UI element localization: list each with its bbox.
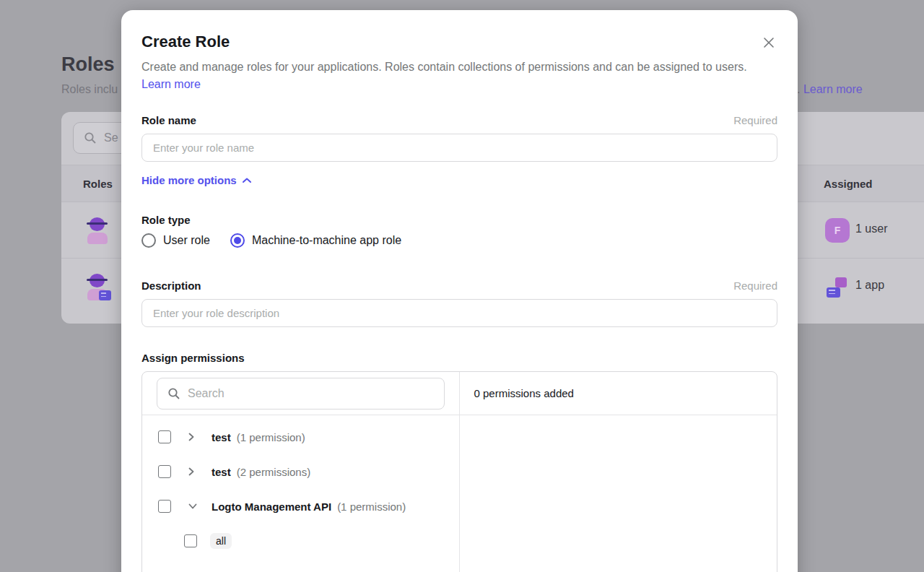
api-name: test bbox=[212, 431, 231, 443]
required-tag: Required bbox=[733, 280, 777, 292]
tree-item-test-2[interactable]: test (2 permissions) bbox=[142, 454, 459, 489]
modal-title: Create Role bbox=[141, 32, 777, 52]
assigned-count: 1 app bbox=[855, 279, 884, 292]
tree-item-test-1[interactable]: test (1 permission) bbox=[142, 420, 459, 454]
chevron-up-icon bbox=[243, 178, 251, 183]
modal-subtitle: Create and manage roles for your applica… bbox=[141, 58, 751, 93]
close-icon bbox=[762, 35, 776, 50]
radio-user-role[interactable]: User role bbox=[141, 233, 210, 248]
modal-learn-more-link[interactable]: Learn more bbox=[141, 78, 201, 90]
description-field-head: Description Required bbox=[141, 280, 777, 292]
avatar: F bbox=[825, 218, 850, 243]
radio-unselected-icon[interactable] bbox=[141, 233, 156, 248]
tree-child-all-permission[interactable]: all bbox=[142, 524, 459, 558]
roles-search-placeholder: Se bbox=[104, 131, 118, 144]
search-icon bbox=[167, 387, 180, 400]
checkbox-icon[interactable] bbox=[184, 534, 197, 547]
m2m-role-icon bbox=[83, 272, 112, 301]
permissions-panel: test (1 permission) test (2 permissions) bbox=[141, 371, 777, 572]
column-assigned: Assigned bbox=[824, 165, 873, 203]
page-learn-more-link[interactable]: Learn more bbox=[803, 83, 863, 95]
role-name-label: Role name bbox=[141, 114, 196, 127]
tree-item-logto-management-api[interactable]: Logto Management API (1 permission) bbox=[142, 489, 459, 524]
permission-tag: all bbox=[210, 533, 232, 549]
api-name: Logto Management API bbox=[212, 500, 331, 513]
assigned-count: 1 user bbox=[855, 222, 887, 235]
modal-header: Create Role bbox=[141, 10, 777, 52]
search-icon bbox=[84, 131, 97, 144]
column-roles: Roles bbox=[83, 165, 113, 203]
required-tag: Required bbox=[733, 114, 777, 126]
role-name-input[interactable] bbox=[141, 134, 777, 162]
api-name: test bbox=[212, 466, 231, 478]
permission-count: (1 permission) bbox=[237, 431, 305, 443]
permission-count: (2 permissions) bbox=[237, 466, 311, 478]
permissions-source-pane: test (1 permission) test (2 permissions) bbox=[142, 372, 460, 572]
modal-subtitle-text: Create and manage roles for your applica… bbox=[141, 61, 747, 73]
permissions-added-summary: 0 permissions added bbox=[460, 372, 777, 415]
chevron-down-icon[interactable] bbox=[188, 503, 197, 509]
radio-m2m-role-label: Machine-to-machine app role bbox=[252, 234, 401, 247]
permissions-search-box[interactable] bbox=[157, 378, 445, 410]
checkbox-icon[interactable] bbox=[158, 500, 171, 513]
checkbox-icon[interactable] bbox=[158, 430, 171, 443]
permission-count: (1 permission) bbox=[337, 500, 406, 513]
page-subtitle-fragment: Roles inclu bbox=[61, 83, 118, 96]
user-role-icon bbox=[83, 216, 112, 245]
chevron-right-icon[interactable] bbox=[188, 467, 197, 476]
radio-user-role-label: User role bbox=[163, 234, 210, 247]
permissions-tree: test (1 permission) test (2 permissions) bbox=[142, 415, 459, 558]
role-name-field-head: Role name Required bbox=[141, 114, 777, 127]
permissions-search-area bbox=[142, 372, 459, 415]
radio-m2m-role[interactable]: Machine-to-machine app role bbox=[230, 233, 401, 248]
description-label: Description bbox=[141, 280, 201, 292]
hide-more-options-label: Hide more options bbox=[141, 173, 237, 188]
checkbox-icon[interactable] bbox=[158, 465, 171, 478]
assign-permissions-label: Assign permissions bbox=[141, 352, 777, 365]
description-input[interactable] bbox=[141, 299, 777, 327]
page-title: Roles bbox=[61, 53, 115, 76]
role-type-label: Role type bbox=[141, 214, 777, 227]
page-subtitle-end: . Learn more bbox=[797, 83, 863, 96]
app-icon bbox=[827, 277, 848, 298]
create-role-modal: Create Role Create and manage roles for … bbox=[121, 10, 798, 572]
role-type-options: User role Machine-to-machine app role bbox=[141, 233, 777, 248]
radio-selected-icon[interactable] bbox=[230, 233, 245, 248]
permissions-search-input[interactable] bbox=[188, 387, 434, 400]
close-button[interactable] bbox=[760, 34, 777, 51]
permissions-selected-pane: 0 permissions added bbox=[460, 372, 777, 572]
chevron-right-icon[interactable] bbox=[188, 433, 197, 441]
hide-more-options-toggle[interactable]: Hide more options bbox=[141, 173, 251, 188]
